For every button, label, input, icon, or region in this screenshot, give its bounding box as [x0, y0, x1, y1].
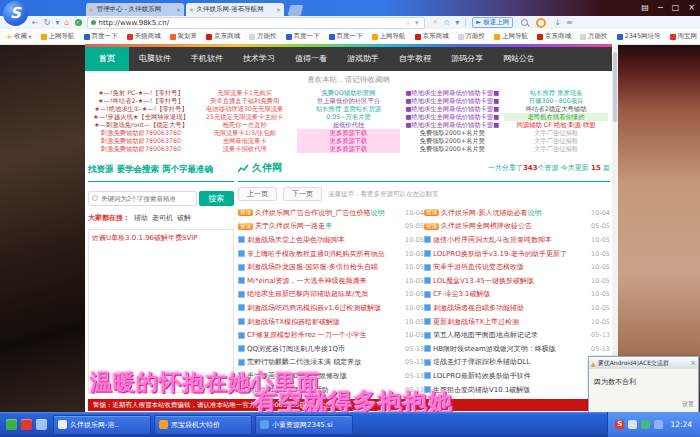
lightning-icon[interactable]: ⚡: [433, 18, 439, 27]
favorite-star-icon[interactable]: ☆: [405, 19, 411, 27]
collect-star-icon[interactable]: ☆: [443, 18, 450, 27]
ad-link[interactable]: ■绝地求生全网最低价辅助卡盟■: [400, 121, 504, 129]
tab-close-icon[interactable]: ×: [276, 6, 281, 13]
ad-link[interactable]: 无限流量卡1/3/张包邮: [193, 129, 297, 137]
bookmarks-root[interactable]: ★ 收藏 ▾: [6, 32, 32, 41]
ad-link[interactable]: 免费领取2000+名片赞: [400, 129, 504, 137]
address-bar[interactable]: http://www.98k5.cn/ ☆ ▾: [87, 17, 425, 29]
browser-tab-0[interactable]: ★管理中心 - 久伴娱乐网×: [86, 3, 184, 16]
bookmark-item[interactable]: 上网导航: [41, 32, 75, 41]
bookmark-dropdown-icon[interactable]: ▾: [55, 18, 59, 27]
ad-link[interactable]: ★—!终结者2-★—!【零封号】: [89, 97, 193, 105]
ad-link[interactable]: 日赚300~800项目: [504, 97, 608, 105]
bookmark-item[interactable]: 上网导航: [494, 32, 528, 41]
ad-link[interactable]: 流量卡招收代理: [193, 145, 297, 153]
bookmark-item[interactable]: 京东商城: [415, 32, 449, 41]
bookmark-item[interactable]: 百度一下: [84, 32, 118, 41]
tray-green-icon[interactable]: [641, 420, 650, 429]
prev-page-button[interactable]: 上一页: [238, 187, 277, 201]
scrollbar-thumb[interactable]: [613, 52, 617, 122]
bookmark-item[interactable]: 聚划算: [170, 32, 198, 41]
url-text[interactable]: http://www.98k5.cn/: [99, 19, 403, 27]
ad-link[interactable]: 文字广告位招租: [504, 129, 608, 137]
sogou-tray-icon[interactable]: S: [615, 420, 624, 429]
article-row[interactable]: LOLPRO最新特效换肤助手软件05-13: [424, 369, 610, 383]
ad-link[interactable]: ■绝地求生全网最低价辅助卡盟■: [400, 105, 504, 113]
refresh-icon[interactable]: ↻: [44, 18, 51, 27]
ad-link[interactable]: 更多资源下载: [297, 137, 401, 145]
ad-link[interactable]: ■绝地求生全网最低价辅助卡盟■: [400, 89, 504, 97]
menu-icon[interactable]: ≡: [566, 18, 573, 27]
quicklaunch-green[interactable]: [6, 419, 17, 430]
article-row[interactable]: CF修复原模型秒杀rez 一刀一个小学生10-05: [238, 328, 424, 342]
article-row[interactable]: 置顶久伴娱乐网广告合作说明_广告位价格说明10-04: [238, 206, 424, 220]
article-row[interactable]: 置顶久伴娱乐网全网棋牌收徒公告05-05: [424, 220, 610, 234]
sogou-logo-icon[interactable]: S: [3, 1, 28, 26]
ad-link[interactable]: 站长推荐 重发现金: [504, 89, 608, 97]
layout-icon[interactable]: ▤: [641, 2, 649, 14]
download-icon[interactable]: ↓: [554, 18, 561, 27]
ad-link[interactable]: 免费QQ辅助积赞网: [297, 89, 401, 97]
ad-link[interactable]: ■绝地求生全网最低价辅助卡盟■: [400, 113, 504, 121]
ad-link[interactable]: 免费领取2000+名片赞: [400, 137, 504, 145]
popup-close-icon[interactable]: ×: [690, 359, 696, 367]
volume-icon[interactable]: [628, 420, 637, 429]
article-row[interactable]: 刺激战场透视自瞄多功能辅助10-05: [424, 301, 610, 315]
search-input[interactable]: [88, 191, 197, 206]
new-tab-button[interactable]: [288, 5, 304, 16]
ad-link[interactable]: 25元稳定无限流量卡主副卡: [193, 113, 297, 121]
nav-item-8[interactable]: 网站公告: [493, 47, 545, 71]
article-row[interactable]: LOLPRO换肤助手v3.19-老爷的助手更新了10-05: [424, 247, 610, 261]
nav-item-1[interactable]: 电脑软件: [129, 47, 181, 71]
tray-blue-icon[interactable]: [654, 420, 663, 429]
home-icon[interactable]: ⌂: [64, 18, 69, 27]
nav-item-3[interactable]: 技术学习: [233, 47, 285, 71]
article-row[interactable]: CF-冷尘3.1破解版10-05: [424, 288, 610, 302]
article-row[interactable]: 掌上嗨哈手模改教程直播0消耗购买所有物品10-05: [238, 247, 424, 261]
close-icon[interactable]: ×: [688, 2, 695, 14]
bookmark-item[interactable]: 淘宝网: [670, 32, 698, 41]
ad-link[interactable]: 更多资源下载: [297, 145, 401, 153]
article-row[interactable]: 更新刺激战场TX上带过检测10-05: [424, 315, 610, 329]
back-icon[interactable]: ←: [32, 18, 39, 27]
article-row[interactable]: 逆战圣灯子弹跟踪秒杀辅助DLL05-13: [424, 356, 610, 370]
article-row[interactable]: 绝地求生最新巴黎内部辅助超除草/无后10-05: [238, 288, 424, 302]
ad-link[interactable]: 老司机在线看你懂的: [504, 113, 608, 121]
hot-word[interactable]: 辅助: [134, 213, 148, 223]
article-row[interactable]: 刺激战场吃鸡腾讯模拟器v1.6过检测破解版10-05: [238, 301, 424, 315]
ad-link[interactable]: 文字广告位招租: [504, 137, 608, 145]
bookmark-item[interactable]: 2345网址导: [617, 32, 661, 41]
crack-item-link[interactable]: 佐酱U单板3.0.1.96破解年费SVIP: [92, 233, 230, 243]
taskbar-window-button[interactable]: 黑宝袋机大特价: [154, 415, 252, 435]
nav-item-4[interactable]: 值得一看: [285, 47, 337, 71]
article-row[interactable]: 第五人格地图平面图地点标记记录05-13: [424, 328, 610, 342]
bookmark-item[interactable]: 万能投: [458, 32, 486, 41]
ad-link[interactable]: ★—!免射 PC-★—!【零封号】: [89, 89, 193, 97]
search-icon[interactable]: [521, 19, 528, 26]
ad-link[interactable]: ★—刺激场免root—【稳定大号】: [89, 121, 193, 129]
url-dropdown-icon[interactable]: ▾: [415, 19, 419, 27]
article-row[interactable]: 微信小程序画洞大乱斗改质量吨数脚本10-05: [424, 233, 610, 247]
account-icon[interactable]: [536, 18, 546, 28]
ad-link[interactable]: 0.05~万名片赞: [297, 113, 401, 121]
ad-link[interactable]: 文字广告位招租: [504, 145, 608, 153]
article-row[interactable]: 置顶久伴娱乐网-新人玩辅助必看说明10-04: [424, 206, 610, 220]
toolbar-dropdown-icon[interactable]: ▾: [455, 18, 459, 27]
hot-word[interactable]: 破解: [177, 213, 191, 223]
speed-mode-badge[interactable]: ► 极速上网: [472, 17, 513, 28]
search-button[interactable]: 搜索: [199, 191, 234, 206]
article-row[interactable]: 刺激战场TX模拟器暗影破解版10-05: [238, 315, 424, 329]
ad-link[interactable]: 电信移动联通30元无限流量: [193, 105, 297, 113]
popup-settings-link[interactable]: 设置: [682, 400, 694, 409]
maximize-icon[interactable]: □: [672, 2, 680, 14]
article-row[interactable]: 置顶关于久伴娱乐网一路走来05-05: [238, 220, 424, 234]
article-row[interactable]: HB限时领steam游戏银河文明：终极版05-13: [424, 342, 610, 356]
ad-link[interactable]: 世上最低价的社区平台: [297, 97, 401, 105]
popup-titlebar[interactable]: ▲ 雾优Android4)ACE交流群 ×: [589, 357, 698, 369]
quicklaunch-red[interactable]: [21, 419, 32, 430]
bookmark-item[interactable]: 上网导航: [372, 32, 406, 41]
nav-item-2[interactable]: 手机软件: [181, 47, 233, 71]
ad-link[interactable]: 超低价代挂: [297, 121, 401, 129]
article-row[interactable]: 刺激战场卧龙国服-国际服-多倍拉枪头自瞄10-05: [238, 260, 424, 274]
ad-link[interactable]: ★—!穿越火线★【全网独家退现】: [89, 113, 193, 121]
